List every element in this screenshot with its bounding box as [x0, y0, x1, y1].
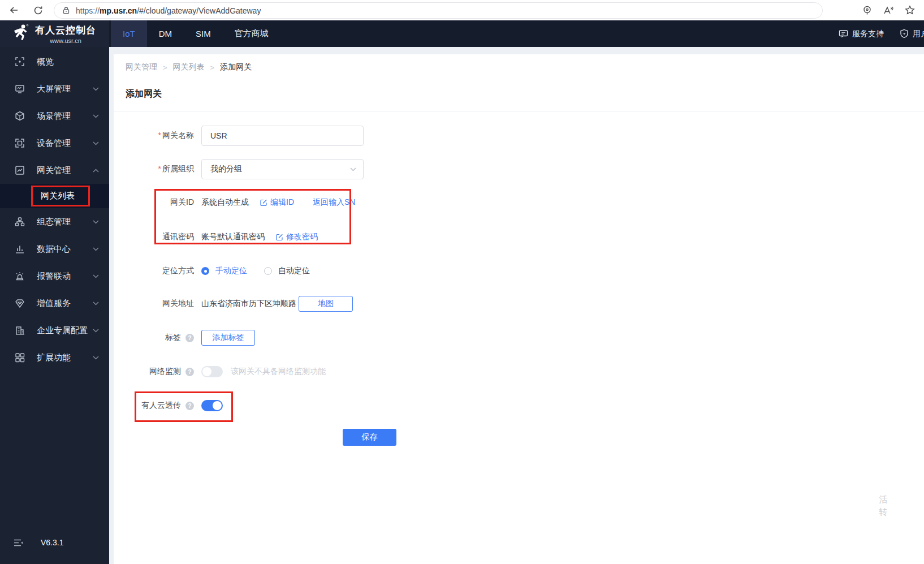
sidebar-item-label: 组态管理 — [37, 217, 93, 227]
chevron-down-icon — [93, 220, 99, 224]
sidebar-item-gateway-list[interactable]: 网关列表 — [0, 184, 109, 208]
sitemap-icon — [14, 217, 25, 227]
save-button[interactable]: 保存 — [343, 429, 396, 446]
sidebar-item-label: 场景管理 — [37, 111, 93, 122]
form-row-gateway-id: 网关ID 系统自动生成 编辑ID 返回输入SN — [114, 192, 355, 213]
network-monitor-hint: 该网关不具备网络监测功能 — [231, 367, 326, 377]
form-row-organization: *所属组织 我的分组 — [114, 159, 364, 179]
sidebar-item-gateway-mgmt[interactable]: 网关管理 — [0, 157, 109, 184]
sidebar-item-configuration-mgmt[interactable]: 组态管理 — [0, 208, 109, 235]
chevron-down-icon — [93, 247, 99, 251]
help-icon[interactable]: ? — [185, 368, 194, 376]
read-aloud-icon[interactable] — [879, 2, 898, 19]
tab-sim[interactable]: SIM — [184, 20, 223, 47]
usr-logo-icon — [13, 24, 30, 44]
breadcrumb-separator: > — [210, 63, 215, 72]
chat-icon — [839, 29, 848, 38]
sidebar-item-extended-functions[interactable]: 扩展功能 — [0, 344, 109, 371]
radio-manual-positioning[interactable] — [201, 267, 209, 275]
breadcrumb-gateway-mgmt[interactable]: 网关管理 — [126, 62, 157, 72]
chevron-down-icon — [93, 274, 99, 278]
logo-subtitle: www.usr.cn — [50, 37, 81, 44]
divider — [114, 111, 924, 111]
back-to-sn-link[interactable]: 返回输入SN — [313, 197, 355, 208]
breadcrumb-gateway-list[interactable]: 网关列表 — [173, 62, 205, 72]
radio-auto-label[interactable]: 自动定位 — [278, 266, 310, 276]
sidebar-item-label: 扩展功能 — [37, 352, 93, 363]
radio-auto-positioning[interactable] — [264, 267, 272, 275]
url-text: https://mp.usr.cn/#/cloud/gateway/ViewAd… — [76, 6, 261, 15]
sidebar-item-screen-mgmt[interactable]: 大屏管理 — [0, 75, 109, 102]
gateway-icon — [14, 165, 25, 176]
sidebar-item-label: 数据中心 — [37, 244, 93, 255]
comm-password-value: 账号默认通讯密码 — [201, 232, 265, 242]
sidebar: 概览 大屏管理 场景管理 设备管理 网关管理 — [0, 47, 109, 564]
gateway-address-label: 网关地址 — [114, 299, 194, 309]
tab-official-mall[interactable]: 官方商城 — [223, 20, 280, 47]
browser-bar: https://mp.usr.cn/#/cloud/gateway/ViewAd… — [0, 0, 924, 20]
change-password-link[interactable]: 修改密码 — [275, 232, 318, 242]
main-content: 网关管理 > 网关列表 > 添加网关 添加网关 *网关名称 *所属组织 我的分组 — [114, 54, 924, 564]
url-bar[interactable]: https://mp.usr.cn/#/cloud/gateway/ViewAd… — [54, 2, 823, 19]
organization-value: 我的分组 — [210, 164, 242, 174]
datacenter-icon — [14, 244, 25, 255]
tab-dm[interactable]: DM — [147, 20, 184, 47]
form-row-gateway-address: 网关地址 山东省济南市历下区坤顺路 地图 — [114, 294, 353, 314]
chevron-down-icon — [93, 87, 99, 91]
form-row-cloud-passthrough: 有人云透传 ? — [114, 395, 223, 416]
sidebar-item-label: 设备管理 — [37, 138, 93, 149]
device-icon — [14, 138, 25, 149]
cloud-passthrough-label: 有人云透传 ? — [114, 401, 194, 411]
user-rights-label: 用户权限 — [913, 29, 924, 39]
location-icon[interactable] — [857, 2, 876, 19]
app-version: V6.3.1 — [41, 538, 63, 547]
sidebar-item-alarm-linkage[interactable]: 报警联动 — [0, 262, 109, 290]
screen-icon — [14, 84, 25, 94]
chevron-down-icon — [93, 141, 99, 145]
breadcrumb-separator: > — [163, 63, 167, 72]
gateway-id-value: 系统自动生成 — [201, 197, 249, 208]
form-row-gateway-name: *网关名称 — [114, 126, 364, 146]
network-monitor-toggle[interactable] — [201, 366, 223, 377]
enterprise-icon — [14, 325, 25, 336]
edit-icon — [275, 233, 283, 241]
user-rights-button[interactable]: 用户权限 — [900, 29, 924, 39]
chevron-down-icon — [93, 302, 99, 305]
shield-icon — [900, 29, 909, 38]
sidebar-item-device-mgmt[interactable]: 设备管理 — [0, 130, 109, 157]
gateway-address-value: 山东省济南市历下区坤顺路 — [201, 299, 296, 309]
sidebar-item-value-added[interactable]: 增值服务 — [0, 290, 109, 317]
tab-iot[interactable]: IoT — [111, 20, 147, 47]
sidebar-item-data-center[interactable]: 数据中心 — [0, 235, 109, 262]
chevron-up-icon — [93, 169, 99, 173]
sidebar-item-label: 报警联动 — [37, 271, 93, 282]
app-logo[interactable]: 有人云控制台 www.usr.cn — [0, 20, 109, 47]
sidebar-item-overview[interactable]: 概览 — [0, 48, 109, 75]
sidebar-item-scene-mgmt[interactable]: 场景管理 — [0, 102, 109, 130]
lock-icon — [62, 6, 70, 15]
gateway-name-input[interactable] — [201, 126, 364, 146]
favorite-star-icon[interactable] — [900, 2, 919, 19]
radio-manual-label[interactable]: 手动定位 — [215, 266, 247, 276]
add-tag-button[interactable]: 添加标签 — [201, 330, 255, 346]
app-header: 有人云控制台 www.usr.cn IoT DM SIM 官方商城 服务支持 用… — [0, 20, 924, 47]
sidebar-item-label: 网关管理 — [37, 165, 93, 176]
help-icon[interactable]: ? — [185, 334, 194, 342]
alarm-icon — [14, 271, 25, 282]
refresh-icon[interactable] — [28, 2, 48, 19]
gateway-name-label: *网关名称 — [114, 131, 194, 141]
collapse-sidebar-icon[interactable] — [14, 539, 23, 546]
help-icon[interactable]: ? — [185, 402, 194, 410]
sidebar-item-label: 企业专属配置 — [37, 325, 93, 336]
map-button[interactable]: 地图 — [299, 296, 353, 312]
extend-icon — [14, 352, 25, 363]
chevron-down-icon — [93, 329, 99, 333]
organization-select[interactable]: 我的分组 — [201, 159, 364, 179]
cloud-passthrough-toggle[interactable] — [201, 400, 223, 411]
service-support-button[interactable]: 服务支持 — [839, 29, 884, 39]
sidebar-item-enterprise-config[interactable]: 企业专属配置 — [0, 317, 109, 344]
sidebar-item-label: 大屏管理 — [37, 84, 93, 94]
network-monitor-label: 网络监测 ? — [114, 367, 194, 377]
edit-id-link[interactable]: 编辑ID — [260, 197, 294, 208]
back-icon[interactable] — [5, 2, 24, 19]
